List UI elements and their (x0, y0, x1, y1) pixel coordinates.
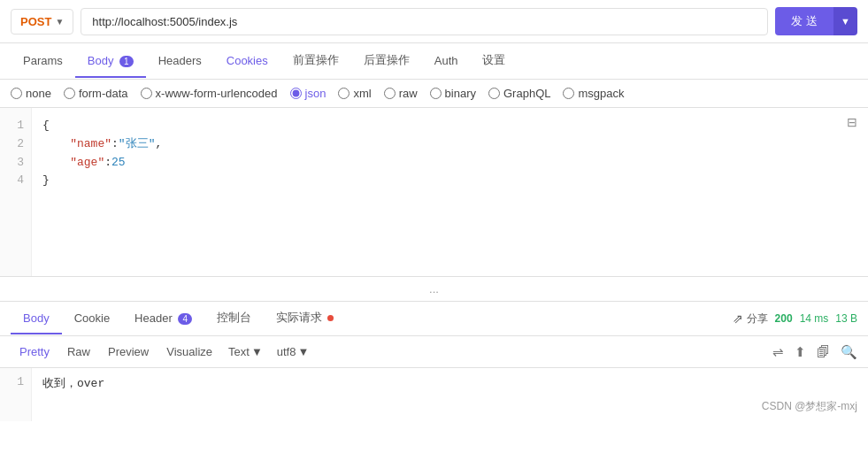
send-button[interactable]: 发 送 (775, 7, 833, 35)
response-time: 14 ms (800, 312, 829, 325)
text-chevron-icon: ▼ (251, 345, 263, 358)
export-button[interactable]: ⬆ (795, 344, 806, 360)
body-type-none[interactable]: none (11, 87, 51, 100)
body-type-raw[interactable]: raw (384, 87, 418, 100)
tab-params[interactable]: Params (11, 45, 75, 78)
response-tab-cookie[interactable]: Cookie (62, 303, 122, 334)
body-type-urlencoded[interactable]: x-www-form-urlencoded (141, 87, 278, 100)
code-editor[interactable]: 1 2 3 4 { "name":"张三", "age":25 } ⊟ (0, 108, 868, 277)
json-value-name: "张三" (119, 137, 156, 150)
line-numbers: 1 2 3 4 (0, 108, 32, 276)
code-body[interactable]: { "name":"张三", "age":25 } (32, 108, 868, 276)
header-badge: 4 (178, 313, 192, 325)
code-line-3: "age":25 (42, 154, 857, 173)
code-line-4: } (42, 172, 857, 190)
encoding-chevron-icon: ▼ (297, 345, 309, 358)
format-icons-group: ⇌ ⬆ 🗐 🔍 (772, 344, 857, 360)
code-line-2: "name":"张三", (42, 135, 857, 154)
response-tab-actual[interactable]: 实际请求 (264, 302, 346, 335)
tab-headers[interactable]: Headers (146, 45, 214, 78)
search-button[interactable]: 🔍 (841, 344, 857, 360)
body-badge: 1 (119, 56, 134, 67)
format-tab-pretty[interactable]: Pretty (11, 342, 58, 362)
body-type-binary[interactable]: binary (430, 87, 476, 100)
response-tab-nav: Body Cookie Header 4 控制台 实际请求 ⇗ 分享 200 1… (0, 302, 868, 336)
copy-button[interactable]: 🗐 (817, 344, 830, 359)
response-size: 13 B (835, 312, 857, 325)
response-line-numbers: 1 (0, 368, 32, 421)
json-key-age: "age" (70, 156, 104, 169)
tab-postrequest[interactable]: 后置操作 (351, 43, 422, 79)
format-tab-raw[interactable]: Raw (58, 342, 99, 362)
response-text: 收到，over (32, 368, 868, 421)
wrap-button[interactable]: ⇌ (772, 344, 784, 360)
method-chevron: ▼ (55, 17, 64, 27)
send-dropdown-button[interactable]: ▼ (833, 7, 857, 35)
json-key-name: "name" (70, 137, 111, 150)
response-meta: ⇗ 分享 200 14 ms 13 B (733, 311, 857, 327)
method-selector[interactable]: POST ▼ (11, 9, 73, 35)
tab-auth[interactable]: Auth (422, 45, 471, 78)
share-icon: ⇗ (733, 311, 743, 326)
actual-dot (327, 315, 334, 321)
url-input[interactable] (81, 8, 768, 35)
format-tab-bar: Pretty Raw Preview Visualize Text ▼ utf8… (0, 336, 868, 368)
ellipsis-divider: ... (0, 277, 868, 302)
method-label: POST (20, 15, 51, 28)
status-code: 200 (775, 312, 793, 325)
tab-prerequest[interactable]: 前置操作 (280, 43, 351, 79)
body-type-json[interactable]: json (290, 87, 326, 100)
send-group: 发 送 ▼ (775, 7, 857, 35)
format-tab-visualize[interactable]: Visualize (157, 342, 221, 362)
tab-settings[interactable]: 设置 (470, 43, 518, 79)
request-bar: POST ▼ 发 送 ▼ (0, 0, 868, 43)
encoding-dropdown[interactable]: utf8 ▼ (270, 342, 317, 362)
collapse-button[interactable]: ⊟ (847, 115, 857, 129)
csdn-watermark: CSDN @梦想家-mxj (751, 392, 868, 421)
response-tab-body[interactable]: Body (11, 303, 62, 334)
share-button[interactable]: ⇗ 分享 (733, 311, 768, 327)
body-type-selector: none form-data x-www-form-urlencoded jso… (0, 80, 868, 108)
body-type-form-data[interactable]: form-data (64, 87, 128, 100)
response-tab-console[interactable]: 控制台 (204, 302, 264, 335)
body-type-msgpack[interactable]: msgpack (563, 87, 624, 100)
response-tab-header[interactable]: Header 4 (122, 303, 204, 334)
format-tab-preview[interactable]: Preview (99, 342, 157, 362)
body-type-xml[interactable]: xml (338, 87, 371, 100)
text-format-dropdown[interactable]: Text ▼ (221, 342, 270, 362)
code-line-1: { (42, 117, 857, 135)
response-body-area: 1 收到，over CSDN @梦想家-mxj (0, 368, 868, 421)
tab-body[interactable]: Body 1 (75, 45, 146, 78)
request-tab-nav: Params Body 1 Headers Cookies 前置操作 后置操作 … (0, 43, 868, 80)
body-type-graphql[interactable]: GraphQL (488, 87, 550, 100)
json-value-age: 25 (111, 156, 126, 169)
tab-cookies[interactable]: Cookies (214, 45, 280, 78)
